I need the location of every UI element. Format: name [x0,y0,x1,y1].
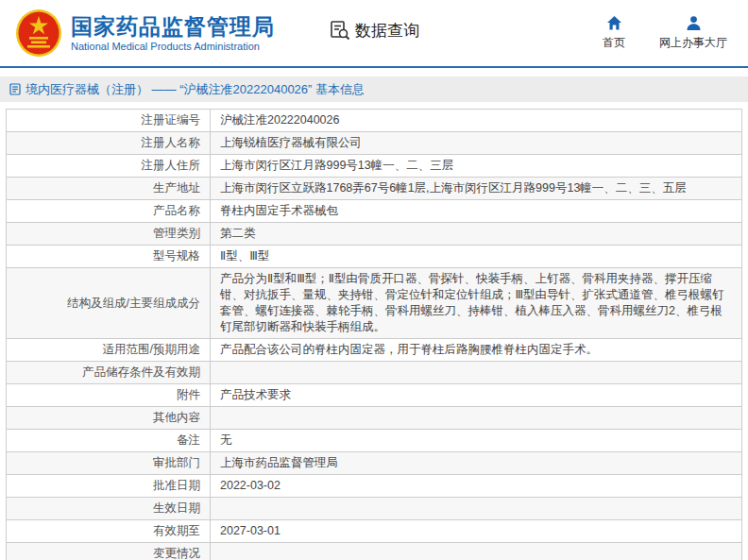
row-label: 生效日期 [7,498,211,520]
table-row: 产品名称 脊柱内固定手术器械包 [7,200,742,223]
table-row: 变更情况 [7,543,742,560]
row-label: 结构及组成/主要组成成分 [7,268,211,339]
row-value: 无 [211,430,742,452]
table-row: 备注 无 [7,430,742,452]
table-row: 注册人名称 上海锐植医疗器械有限公司 [7,132,742,155]
row-label: 有效期至 [7,520,211,543]
title-bar-wrap: 境内医疗器械（注册） —— “沪械注准20222040026” 基本信息 [0,68,748,109]
table-row: 批准日期 2022-03-02 [7,475,742,498]
table-row: 型号规格 Ⅱ型、Ⅲ型 [7,246,742,268]
row-value: 上海市闵行区立跃路1768弄67号6幢1层,上海市闵行区江月路999号13幢一、… [211,178,742,200]
table-row: 适用范围/预期用途 产品配合该公司的脊柱内固定器，用于脊柱后路胸腰椎脊柱内固定手… [7,339,742,362]
table-wrap: 注册证编号 沪械注准20222040026 注册人名称 上海锐植医疗器械有限公司… [0,109,748,560]
row-label: 产品名称 [7,200,211,223]
page-title: 境内医疗器械（注册） —— “沪械注准20222040026” 基本信息 [26,81,365,98]
nav-home[interactable]: 首页 [603,15,625,51]
nav-service-hall[interactable]: 网上办事大厅 [659,15,727,51]
row-label: 备注 [7,430,211,452]
row-value [211,543,742,560]
row-value: 产品分为Ⅱ型和Ⅲ型；Ⅱ型由骨质开口器、骨探针、快装手柄、上钉器、骨科用夹持器、撑… [211,268,742,339]
row-label: 注册人名称 [7,132,211,155]
data-query-label: 数据查询 [355,20,419,42]
row-value: 上海市闵行区江月路999号13幢一、二、三层 [211,155,742,178]
row-label: 其他内容 [7,407,211,430]
row-label: 管理类别 [7,223,211,246]
nav-service-hall-label: 网上办事大厅 [659,35,727,51]
site-header: 国家药品监督管理局 National Medical Products Admi… [0,0,748,66]
row-value: 第二类 [211,223,742,246]
site-title: 国家药品监督管理局 [71,14,275,39]
nav-home-label: 首页 [603,35,625,51]
header-nav: 首页 网上办事大厅 [603,15,735,51]
row-label: 注册证编号 [7,110,211,132]
row-label: 产品储存条件及有效期 [7,362,211,384]
row-label: 生产地址 [7,178,211,200]
row-value: 上海市药品监督管理局 [211,452,742,475]
document-search-icon [330,20,350,41]
home-icon [606,15,622,31]
page-title-bar: 境内医疗器械（注册） —— “沪械注准20222040026” 基本信息 [0,76,748,102]
table-row: 附件 产品技术要求 [7,384,742,407]
row-value: 上海锐植医疗器械有限公司 [211,132,742,155]
table-row: 生效日期 [7,498,742,520]
row-value [211,498,742,520]
table-row: 产品储存条件及有效期 [7,362,742,384]
row-value [211,362,742,384]
user-icon [686,15,702,31]
document-icon [9,83,21,95]
row-value: 脊柱内固定手术器械包 [211,200,742,223]
site-brand: 国家药品监督管理局 National Medical Products Admi… [71,14,275,52]
row-label: 型号规格 [7,246,211,268]
row-value: 2022-03-02 [211,475,742,498]
table-row: 注册证编号 沪械注准20222040026 [7,110,742,132]
table-row: 生产地址 上海市闵行区立跃路1768弄67号6幢1层,上海市闵行区江月路999号… [7,178,742,200]
row-value: 沪械注准20222040026 [211,110,742,132]
site-title-english: National Medical Products Administration [71,41,275,52]
row-value: 产品技术要求 [211,384,742,407]
national-emblem-logo [15,8,62,58]
row-label: 批准日期 [7,475,211,498]
table-row: 管理类别 第二类 [7,223,742,246]
table-row: 其他内容 [7,407,742,430]
table-row: 结构及组成/主要组成成分 产品分为Ⅱ型和Ⅲ型；Ⅱ型由骨质开口器、骨探针、快装手柄… [7,268,742,339]
row-label: 审批部门 [7,452,211,475]
row-value: 2027-03-01 [211,520,742,543]
row-label: 适用范围/预期用途 [7,339,211,362]
row-label: 变更情况 [7,543,211,560]
table-row: 注册人住所 上海市闵行区江月路999号13幢一、二、三层 [7,155,742,178]
row-label: 注册人住所 [7,155,211,178]
table-row: 审批部门 上海市药品监督管理局 [7,452,742,475]
row-value [211,407,742,430]
row-value: Ⅱ型、Ⅲ型 [211,246,742,268]
data-query-nav[interactable]: 数据查询 [330,20,419,42]
row-label: 附件 [7,384,211,407]
table-row: 有效期至 2027-03-01 [7,520,742,543]
registration-info-table: 注册证编号 沪械注准20222040026 注册人名称 上海锐植医疗器械有限公司… [6,109,742,560]
row-value: 产品配合该公司的脊柱内固定器，用于脊柱后路胸腰椎脊柱内固定手术。 [211,339,742,362]
